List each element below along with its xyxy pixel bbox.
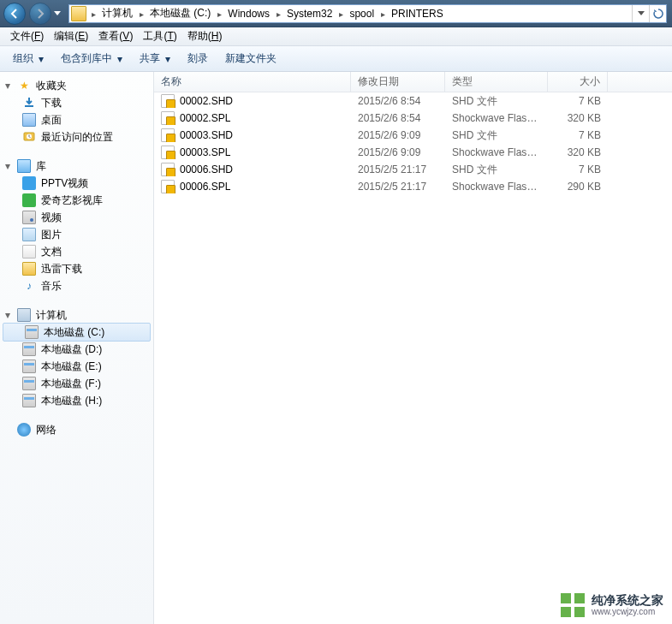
nav-item-label: 音乐 (41, 279, 62, 294)
file-name: 00006.SHD (180, 163, 233, 175)
chevron-down-icon (54, 11, 61, 16)
file-date: 2015/2/5 21:17 (351, 181, 445, 193)
address-dropdown[interactable] (632, 5, 649, 22)
file-row[interactable]: 00006.SPL2015/2/5 21:17Shockwave Flash..… (154, 178, 672, 195)
file-row[interactable]: 00003.SPL2015/2/6 9:09Shockwave Flash...… (154, 144, 672, 161)
navigation-pane[interactable]: ▾ ★ 收藏夹 下载 桌面 最近访问的位置 ▾ 库 PPTV视频 (0, 72, 154, 624)
nav-item-drive[interactable]: 本地磁盘 (E:) (0, 358, 153, 375)
share-button[interactable]: 共享 ▾ (132, 48, 178, 69)
drive-icon (25, 325, 39, 339)
iqiyi-icon (22, 193, 36, 207)
watermark: 纯净系统之家 www.ycwjzy.com (561, 593, 663, 617)
menu-e[interactable]: 编辑(E) (49, 27, 93, 45)
breadcrumb-segment[interactable]: System32 (283, 5, 336, 22)
breadcrumb[interactable]: 计算机本地磁盘 (C:)WindowsSystem32spoolPRINTERS (68, 4, 667, 23)
back-button[interactable] (3, 3, 26, 25)
file-row[interactable]: 00002.SPL2015/2/6 8:54Shockwave Flash...… (154, 110, 672, 127)
menu-f[interactable]: 文件(F) (5, 27, 49, 45)
refresh-button[interactable] (649, 5, 666, 22)
breadcrumb-segment[interactable]: PRINTERS (388, 5, 447, 22)
menu-v[interactable]: 查看(V) (93, 27, 138, 45)
library-icon (17, 159, 31, 173)
nav-item-iqiyi[interactable]: 爱奇艺影视库 (0, 192, 153, 209)
breadcrumb-segment[interactable]: 计算机 (98, 5, 136, 22)
file-size: 7 KB (548, 163, 608, 175)
collapse-icon[interactable]: ▾ (3, 162, 12, 170)
chevron-right-icon (381, 8, 385, 20)
file-icon (161, 146, 175, 159)
nav-item-videos[interactable]: 视频 (0, 209, 153, 226)
drive-icon (22, 377, 36, 390)
file-name: 00003.SPL (180, 146, 230, 158)
breadcrumb-separator[interactable] (136, 5, 146, 22)
nav-item-recent[interactable]: 最近访问的位置 (0, 128, 153, 146)
folder-icon (71, 6, 86, 21)
collapse-icon[interactable]: ▾ (3, 311, 12, 319)
breadcrumb-separator[interactable] (378, 5, 388, 22)
nav-item-label: 本地磁盘 (F:) (41, 377, 101, 391)
burn-button[interactable]: 刻录 (180, 48, 216, 69)
organize-button[interactable]: 组织 ▾ (5, 48, 51, 69)
file-row[interactable]: 00002.SHD2015/2/6 8:54SHD 文件7 KB (154, 92, 672, 110)
file-name: 00002.SHD (180, 95, 233, 107)
column-header-date[interactable]: 修改日期 (351, 72, 445, 92)
nav-item-downloads[interactable]: 下载 (0, 94, 153, 111)
history-dropdown[interactable] (53, 3, 62, 25)
nav-item-xunlei[interactable]: 迅雷下载 (0, 260, 153, 277)
breadcrumb-separator[interactable] (273, 5, 283, 22)
picture-icon (22, 228, 36, 241)
nav-item-drive[interactable]: 本地磁盘 (F:) (0, 375, 153, 392)
chevron-down-icon (638, 11, 645, 16)
star-icon: ★ (17, 79, 31, 92)
file-icon (161, 111, 175, 125)
nav-item-label: PPTV视频 (41, 176, 88, 191)
file-list-pane: 名称 修改日期 类型 大小 00002.SHD2015/2/6 8:54SHD … (154, 72, 672, 624)
nav-item-drive[interactable]: 本地磁盘 (H:) (0, 392, 153, 409)
nav-item-pptv[interactable]: PPTV视频 (0, 175, 153, 192)
include-in-library-button[interactable]: 包含到库中 ▾ (53, 48, 130, 69)
breadcrumb-segment[interactable]: 本地磁盘 (C:) (146, 5, 214, 22)
nav-item-music[interactable]: ♪ 音乐 (0, 277, 153, 294)
nav-item-label: 本地磁盘 (E:) (41, 360, 102, 374)
breadcrumb-segment[interactable]: Windows (224, 5, 273, 22)
nav-item-label: 下载 (41, 96, 62, 110)
file-row[interactable]: 00003.SHD2015/2/6 9:09SHD 文件7 KB (154, 127, 672, 144)
menu-h[interactable]: 帮助(H) (182, 27, 228, 45)
nav-group-libraries[interactable]: ▾ 库 (0, 157, 153, 175)
nav-item-label: 文档 (41, 245, 62, 259)
nav-group-network[interactable]: ▸ 网络 (0, 421, 153, 438)
nav-item-drive[interactable]: 本地磁盘 (D:) (0, 341, 153, 358)
video-icon (22, 211, 36, 224)
forward-button[interactable] (29, 3, 51, 25)
nav-item-pictures[interactable]: 图片 (0, 226, 153, 243)
file-size: 320 KB (548, 146, 608, 158)
nav-item-label: 视频 (41, 211, 62, 225)
file-date: 2015/2/5 21:17 (351, 163, 445, 175)
column-header-size[interactable]: 大小 (548, 72, 608, 92)
nav-item-desktop[interactable]: 桌面 (0, 111, 153, 128)
address-bar: 计算机本地磁盘 (C:)WindowsSystem32spoolPRINTERS (0, 0, 672, 27)
arrow-right-icon (35, 9, 45, 19)
nav-group-label: 计算机 (36, 308, 67, 323)
svg-rect-0 (25, 105, 33, 107)
nav-group-favorites[interactable]: ▾ ★ 收藏夹 (0, 77, 153, 94)
nav-item-label: 本地磁盘 (H:) (41, 394, 102, 408)
new-folder-button[interactable]: 新建文件夹 (217, 48, 284, 69)
file-name: 00003.SHD (180, 129, 233, 141)
column-header-name[interactable]: 名称 (154, 72, 351, 92)
nav-item-documents[interactable]: 文档 (0, 243, 153, 260)
column-header-type[interactable]: 类型 (445, 72, 548, 92)
file-icon (161, 94, 175, 108)
nav-item-drive[interactable]: 本地磁盘 (C:) (3, 323, 151, 342)
watermark-logo-icon (561, 593, 585, 617)
menu-t[interactable]: 工具(T) (138, 27, 181, 45)
nav-group-computer[interactable]: ▾ 计算机 (0, 306, 153, 324)
file-row[interactable]: 00006.SHD2015/2/5 21:17SHD 文件7 KB (154, 161, 672, 178)
file-rows[interactable]: 00002.SHD2015/2/6 8:54SHD 文件7 KB00002.SP… (154, 92, 672, 624)
breadcrumb-separator[interactable] (214, 5, 224, 22)
breadcrumb-root-sep[interactable] (88, 5, 98, 22)
breadcrumb-separator[interactable] (336, 5, 346, 22)
collapse-icon[interactable]: ▾ (3, 81, 12, 90)
file-date: 2015/2/6 9:09 (351, 146, 445, 158)
breadcrumb-segment[interactable]: spool (346, 5, 378, 22)
